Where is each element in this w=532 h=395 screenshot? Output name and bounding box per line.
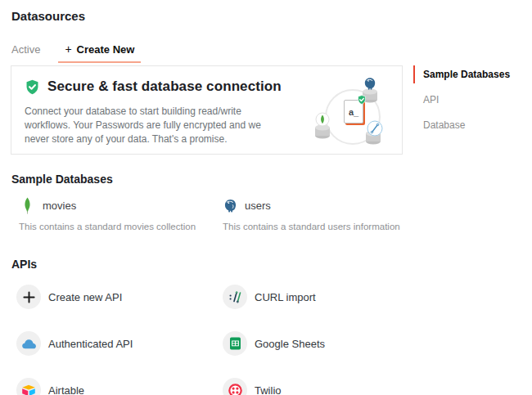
sample-db-name: movies xyxy=(43,200,76,212)
api-item-curl-import[interactable]: CURL import xyxy=(223,285,429,309)
api-item-google-sheets[interactable]: Google Sheets xyxy=(223,331,429,356)
api-item-label: CURL import xyxy=(255,291,316,303)
plus-icon: + xyxy=(65,43,71,56)
nav-item-sample-databases[interactable]: Sample Databases xyxy=(413,65,528,83)
sample-db-name: users xyxy=(245,200,271,212)
apis-heading: APIs xyxy=(11,258,37,271)
api-item-twilio[interactable]: Twilio xyxy=(223,378,429,395)
cloud-icon xyxy=(16,331,41,356)
api-item-label: Airtable xyxy=(48,384,84,395)
banner-description: Connect your database to start building … xyxy=(25,105,288,146)
database-connection-illustration: a_ xyxy=(312,76,397,150)
api-list: Create new API CURL import Authenticated… xyxy=(16,285,429,395)
sample-db-description: This contains a standard movies collecti… xyxy=(16,222,220,231)
airtable-icon xyxy=(16,378,41,395)
api-item-label: Authenticated API xyxy=(48,338,133,350)
google-sheets-icon xyxy=(223,331,247,356)
tab-bar: Active + Create New xyxy=(11,43,134,56)
tab-create-new[interactable]: + Create New xyxy=(65,43,134,56)
api-item-label: Google Sheets xyxy=(255,338,325,350)
api-item-airtable[interactable]: Airtable xyxy=(16,378,223,395)
sample-databases-heading: Sample Databases xyxy=(11,173,113,186)
postgresql-icon xyxy=(365,78,375,90)
section-nav: Sample Databases API Database xyxy=(413,65,528,141)
api-item-create-new[interactable]: Create new API xyxy=(16,285,223,309)
twilio-icon xyxy=(223,378,247,395)
page-title: Datasources xyxy=(11,9,85,23)
illustration-api-node xyxy=(364,119,384,146)
api-item-label: Twilio xyxy=(255,384,282,395)
illustration-mongodb-node xyxy=(313,112,331,140)
plus-icon xyxy=(16,285,41,309)
mongodb-icon xyxy=(23,197,32,214)
sample-db-card-movies[interactable]: movies This contains a standard movies c… xyxy=(16,196,220,231)
shield-check-badge-icon xyxy=(357,95,367,105)
sample-database-list: movies This contains a standard movies c… xyxy=(16,196,424,231)
api-item-authenticated-api[interactable]: Authenticated API xyxy=(16,331,223,356)
banner-title: Secure & fast database connection xyxy=(47,79,282,95)
secure-connection-banner: Secure & fast database connection Connec… xyxy=(11,65,403,155)
tab-active[interactable]: Active xyxy=(11,43,40,56)
tab-create-new-label: Create New xyxy=(77,43,135,56)
nav-item-api[interactable]: API xyxy=(413,91,528,109)
sample-db-card-users[interactable]: users This contains a standard users inf… xyxy=(220,196,424,231)
nav-item-database[interactable]: Database xyxy=(413,116,528,134)
sample-db-description: This contains a standard users informati… xyxy=(220,222,424,231)
api-item-label: Create new API xyxy=(48,291,122,303)
shield-check-icon xyxy=(25,79,40,95)
curl-icon xyxy=(223,285,247,309)
postgresql-icon xyxy=(223,199,237,213)
